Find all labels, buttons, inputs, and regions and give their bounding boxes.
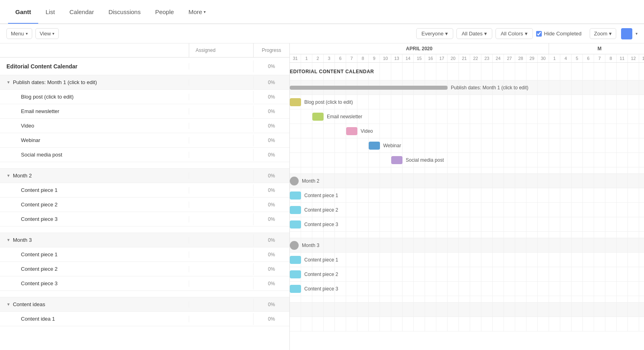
row-name[interactable]: Webinar — [0, 134, 189, 146]
gantt-grid-cell — [346, 303, 357, 317]
nav-item-more[interactable]: More ▾ — [181, 0, 213, 24]
row-name[interactable]: Content piece 1 — [0, 248, 189, 261]
view-toggle-chevron-icon[interactable]: ▾ — [636, 31, 638, 36]
gantt-grid-cell — [436, 124, 448, 138]
spacer-row — [0, 162, 289, 169]
gantt-grid-cell — [290, 153, 301, 167]
row-name[interactable]: Blog post (click to edit) — [0, 91, 189, 103]
gantt-grid-cell — [346, 203, 357, 217]
gantt-grid-cell — [414, 232, 425, 238]
table-row: Content piece 3 0% — [0, 276, 289, 291]
gantt-grid-cell — [324, 303, 335, 317]
gantt-grid-cell — [481, 109, 493, 124]
gantt-grid-cell — [526, 317, 538, 331]
row-name[interactable]: Video — [0, 119, 189, 132]
gantt-grid-cell — [402, 80, 414, 95]
gantt-grid-cell — [346, 109, 357, 124]
gantt-grid-cell — [515, 238, 526, 252]
nav-item-calendar[interactable]: Calendar — [62, 0, 101, 24]
row-name[interactable]: ▼ Month 3 — [0, 234, 189, 246]
row-name[interactable]: Social media post — [0, 148, 189, 161]
gantt-grid-cell — [324, 267, 335, 281]
all-dates-filter[interactable]: All Dates ▾ — [456, 28, 492, 39]
gantt-grid-cell — [369, 253, 380, 267]
gantt-grid-cell — [504, 282, 515, 296]
row-name[interactable]: Email newsletter — [0, 105, 189, 117]
right-panel[interactable]: APRIL 2020M31123678910131415161720212223… — [290, 43, 644, 350]
everyone-filter[interactable]: Everyone ▾ — [416, 28, 453, 39]
gantt-grid-cell — [470, 153, 481, 167]
nav-item-list[interactable]: List — [38, 0, 62, 24]
gantt-grid-cell — [335, 238, 346, 252]
view-button[interactable]: View ▾ — [35, 28, 59, 39]
gantt-grid-cell — [617, 63, 628, 80]
row-name[interactable]: Content piece 2 — [0, 198, 189, 211]
row-name[interactable]: ▼ Content ideas — [0, 298, 189, 311]
zoom-button[interactable]: Zoom ▾ — [590, 28, 616, 39]
gantt-grid-cell — [504, 174, 515, 188]
gantt-grid-cell — [572, 232, 583, 238]
gantt-grid-cell — [515, 317, 526, 331]
row-name[interactable]: Editorial Content Calendar — [0, 60, 189, 73]
row-assigned — [189, 202, 253, 208]
gantt-grid-cell — [493, 63, 504, 80]
gantt-grid-cell — [290, 317, 301, 331]
all-colors-filter[interactable]: All Colors ▾ — [495, 28, 533, 39]
gantt-grid-cell — [369, 63, 380, 80]
gantt-grid-cell — [605, 153, 617, 167]
gantt-grid-cell — [357, 109, 369, 124]
nav-item-people[interactable]: People — [148, 0, 181, 24]
gantt-grid-cell — [425, 203, 436, 217]
gantt-grid-cell — [324, 188, 335, 202]
gantt-grid-cell — [346, 296, 357, 302]
row-name[interactable]: Content idea 1 — [0, 313, 189, 325]
view-toggle-button[interactable] — [621, 28, 632, 39]
gantt-grid-cell — [357, 174, 369, 188]
toolbar: Menu ▾ View ▾ Everyone ▾ All Dates ▾ All… — [0, 24, 644, 43]
gantt-grid-cell — [357, 138, 369, 152]
gantt-grid-cell — [549, 296, 560, 302]
gantt-grid-cell — [639, 80, 644, 95]
hide-completed-toggle[interactable]: Hide Completed — [536, 31, 582, 37]
row-name[interactable]: ▼ Publish dates: Month 1 (click to edit) — [0, 76, 189, 89]
gantt-month-april: APRIL 2020 — [290, 43, 549, 54]
gantt-grid-cell — [526, 238, 538, 252]
gantt-grid-cell — [504, 296, 515, 302]
gantt-grid-cell — [617, 317, 628, 331]
gantt-grid-cell — [402, 238, 414, 252]
gantt-grid-cell — [572, 174, 583, 188]
gantt-grid-cell — [572, 153, 583, 167]
gantt-grid-cell — [628, 167, 639, 173]
gantt-grid-cell — [312, 296, 324, 302]
gantt-grid-cell — [312, 153, 324, 167]
table-row: Content piece 3 0% — [0, 212, 289, 226]
gantt-grid-cell — [470, 217, 481, 231]
gantt-grid-cell — [346, 217, 357, 231]
gantt-grid-cell — [538, 167, 549, 173]
nav-item-gantt[interactable]: Gantt — [8, 0, 38, 24]
row-name[interactable]: Content piece 3 — [0, 277, 189, 290]
gantt-grid-cell — [425, 124, 436, 138]
row-name[interactable]: ▼ Month 2 — [0, 169, 189, 182]
row-name[interactable]: Content piece 1 — [0, 184, 189, 196]
table-header: Assigned Progress — [0, 43, 289, 58]
gantt-grid-cell — [560, 303, 572, 317]
gantt-grid-cell — [414, 267, 425, 281]
gantt-grid-cell — [617, 267, 628, 281]
gantt-grid-cell — [414, 217, 425, 231]
row-name[interactable]: Content piece 3 — [0, 213, 189, 225]
gantt-grid-cell — [617, 124, 628, 138]
row-progress: 0% — [253, 249, 289, 261]
gantt-grid-cell — [628, 303, 639, 317]
gantt-grid-cell — [391, 95, 402, 109]
hide-completed-checkbox[interactable] — [536, 31, 542, 37]
gantt-grid-cell — [470, 282, 481, 296]
gantt-grid-cell — [436, 167, 448, 173]
gantt-grid-cell — [448, 138, 459, 152]
gantt-day-cell: 17 — [436, 54, 448, 62]
row-name[interactable]: Content piece 2 — [0, 263, 189, 275]
nav-item-discussions[interactable]: Discussions — [101, 0, 148, 24]
gantt-grid-cell — [459, 203, 470, 217]
gantt-grid-cell — [538, 317, 549, 331]
menu-button[interactable]: Menu ▾ — [6, 28, 32, 39]
